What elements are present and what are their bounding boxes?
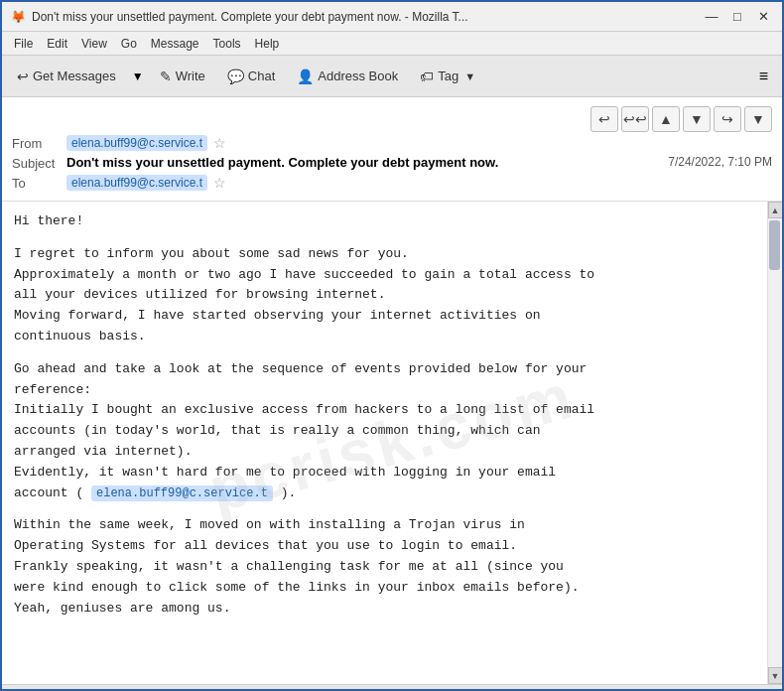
subject-text: Don't miss your unsettled payment. Compl… (66, 155, 658, 170)
menu-view[interactable]: View (75, 35, 113, 53)
tag-label: Tag (438, 69, 458, 83)
tag-dropdown-icon: ▼ (464, 70, 475, 82)
scroll-track[interactable] (768, 218, 782, 667)
email-header: ↩ ↩↩ ▲ ▼ ↪ ▼ From elena.buff99@c.service… (2, 97, 782, 202)
to-star-icon[interactable]: ☆ (213, 175, 226, 191)
from-address[interactable]: elena.buff99@c.service.t (66, 135, 207, 151)
menu-go[interactable]: Go (115, 35, 143, 53)
greeting-text: Hi there! (14, 213, 83, 228)
paragraph2-block: Go ahead and take a look at the sequence… (14, 359, 764, 504)
app-icon: 🦊 (10, 9, 26, 25)
address-book-icon: 👤 (297, 69, 314, 84)
get-messages-label: Get Messages (33, 69, 116, 83)
paragraph3-text: Within the same week, I moved on with in… (14, 517, 580, 615)
chat-button[interactable]: 💬 Chat (218, 64, 284, 89)
body-email-link[interactable]: elena.buff99@c.service.t (91, 485, 273, 501)
action-row: ↩ ↩↩ ▲ ▼ ↪ ▼ (12, 103, 772, 135)
title-bar-left: 🦊 Don't miss your unsettled payment. Com… (10, 9, 468, 25)
reply-all-button[interactable]: ↩↩ (621, 106, 649, 132)
paragraph3-block: Within the same week, I moved on with in… (14, 515, 764, 619)
subject-row: Subject Don't miss your unsettled paymen… (12, 155, 772, 171)
status-bar: ((•)) (2, 684, 782, 691)
to-value: elena.buff99@c.service.t ☆ (66, 175, 772, 191)
email-date: 7/24/2022, 7:10 PM (668, 155, 772, 169)
menu-file[interactable]: File (8, 35, 39, 53)
write-label: Write (176, 69, 205, 83)
more-actions-button[interactable]: ▼ (744, 106, 772, 132)
prev-button[interactable]: ▲ (652, 106, 680, 132)
toolbar: ↩ Get Messages ▼ ✎ Write 💬 Chat 👤 Addres… (2, 56, 782, 97)
paragraph2-text: Go ahead and take a look at the sequence… (14, 361, 594, 500)
address-book-label: Address Book (318, 69, 398, 83)
menu-help[interactable]: Help (249, 35, 286, 53)
menu-tools[interactable]: Tools (207, 35, 247, 53)
from-value: elena.buff99@c.service.t ☆ (66, 135, 772, 151)
email-body: Hi there! I regret to inform you about s… (2, 202, 782, 684)
get-messages-dropdown[interactable]: ▼ (129, 66, 147, 87)
greeting-block: Hi there! (14, 211, 764, 232)
next-button[interactable]: ▼ (683, 106, 711, 132)
menu-bar: File Edit View Go Message Tools Help (2, 32, 782, 56)
forward-button[interactable]: ↪ (714, 106, 741, 132)
paragraph1-text: I regret to inform you about some sad ne… (14, 246, 594, 344)
menu-edit[interactable]: Edit (41, 35, 73, 53)
to-row: To elena.buff99@c.service.t ☆ (12, 175, 772, 191)
window-title: Don't miss your unsettled payment. Compl… (32, 10, 468, 24)
from-row: From elena.buff99@c.service.t ☆ (12, 135, 772, 151)
menu-message[interactable]: Message (145, 35, 205, 53)
tag-button[interactable]: 🏷 Tag ▼ (411, 64, 484, 89)
minimize-button[interactable]: — (701, 6, 722, 28)
title-bar: 🦊 Don't miss your unsettled payment. Com… (2, 2, 782, 32)
to-address[interactable]: elena.buff99@c.service.t (66, 175, 207, 191)
chat-label: Chat (248, 69, 275, 83)
paragraph1-block: I regret to inform you about some sad ne… (14, 244, 764, 347)
maximize-button[interactable]: □ (726, 6, 748, 28)
chat-icon: 💬 (227, 69, 244, 84)
scroll-down-button[interactable]: ▼ (768, 667, 783, 684)
tag-icon: 🏷 (420, 69, 434, 84)
from-label: From (12, 136, 66, 151)
write-button[interactable]: ✎ Write (151, 64, 214, 89)
reply-button[interactable]: ↩ (590, 106, 618, 132)
to-label: To (12, 176, 66, 191)
scrollbar[interactable]: ▲ ▼ (767, 202, 782, 684)
toolbar-menu-button[interactable]: ≡ (751, 64, 776, 89)
email-body-wrapper: pcrisk.com Hi there! I regret to inform … (2, 202, 782, 684)
close-button[interactable]: ✕ (752, 6, 774, 28)
get-messages-icon: ↩ (17, 69, 29, 84)
address-book-button[interactable]: 👤 Address Book (288, 64, 407, 89)
scroll-up-button[interactable]: ▲ (768, 202, 783, 218)
scroll-thumb[interactable] (769, 220, 780, 270)
write-icon: ✎ (160, 69, 172, 84)
title-bar-controls: — □ ✕ (701, 6, 774, 28)
subject-label: Subject (12, 155, 66, 171)
from-star-icon[interactable]: ☆ (213, 135, 226, 151)
get-messages-button[interactable]: ↩ Get Messages (8, 64, 125, 89)
